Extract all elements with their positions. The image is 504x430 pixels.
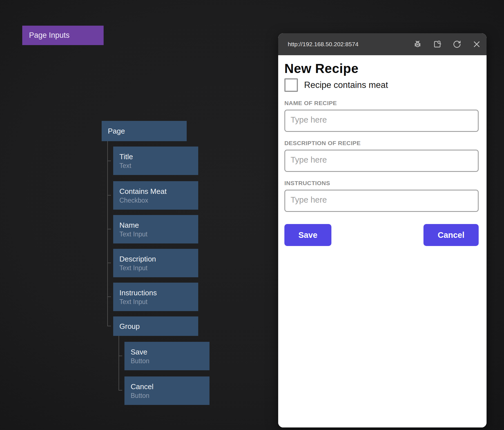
preview-window: http://192.168.50.202:8574 bbox=[278, 33, 487, 427]
tree-node-page[interactable]: Page bbox=[102, 121, 187, 141]
tree-node-cancel[interactable]: Cancel Button bbox=[124, 376, 209, 405]
description-field-label: DESCRIPTION OF RECIPE bbox=[284, 140, 479, 147]
url-bar[interactable]: http://192.168.50.202:8574 bbox=[288, 41, 403, 48]
meat-checkbox[interactable] bbox=[284, 78, 298, 92]
tree-node-label: Page bbox=[108, 126, 187, 136]
page-inputs-badge[interactable]: Page Inputs bbox=[22, 26, 104, 45]
tree-node-label: Instructions bbox=[119, 288, 198, 298]
tree-node-type: Button bbox=[131, 391, 209, 400]
tree-node-type: Text Input bbox=[119, 298, 198, 306]
tree-node-type: Text Input bbox=[119, 264, 198, 272]
tree-node-instructions[interactable]: Instructions Text Input bbox=[113, 283, 198, 311]
close-icon-svg bbox=[472, 40, 481, 48]
tree-node-label: Name bbox=[119, 220, 198, 230]
tree-node-label: Save bbox=[131, 347, 209, 357]
app-canvas: Page Inputs Page Title Text Contains Mea… bbox=[0, 0, 504, 430]
description-input[interactable] bbox=[284, 150, 479, 172]
refresh-icon[interactable] bbox=[452, 39, 462, 49]
tree-branch-line bbox=[107, 195, 111, 196]
preview-page: New Recipe Recipe contains meat NAME OF … bbox=[278, 55, 487, 427]
tree-branch-line bbox=[107, 229, 111, 229]
page-title: New Recipe bbox=[284, 61, 479, 76]
tree-node-label: Title bbox=[119, 152, 198, 161]
meat-checkbox-label: Recipe contains meat bbox=[304, 80, 388, 90]
tree-node-type: Text bbox=[119, 161, 198, 170]
tree-trunk-line bbox=[107, 141, 108, 326]
tree-branch-line bbox=[107, 326, 111, 326]
tree-branch-line bbox=[119, 390, 122, 391]
name-field-label: NAME OF RECIPE bbox=[284, 100, 479, 107]
tree-node-name[interactable]: Name Text Input bbox=[113, 215, 198, 243]
tree-branch-line bbox=[119, 356, 122, 356]
tree-node-group[interactable]: Group bbox=[113, 316, 198, 336]
tree-node-type: Button bbox=[131, 357, 209, 365]
meat-checkbox-row: Recipe contains meat bbox=[284, 78, 479, 92]
bug-icon[interactable] bbox=[413, 39, 422, 49]
tree-node-type: Text Input bbox=[119, 230, 198, 238]
tree-node-label: Group bbox=[119, 322, 198, 331]
inspect-icon[interactable] bbox=[432, 39, 442, 49]
tree-node-label: Description bbox=[119, 254, 198, 264]
tree-node-contains-meat[interactable]: Contains Meat Checkbox bbox=[113, 181, 198, 210]
form-actions: Save Cancel bbox=[284, 224, 479, 246]
instructions-input[interactable] bbox=[284, 190, 479, 212]
save-button[interactable]: Save bbox=[284, 224, 331, 246]
tree-node-save[interactable]: Save Button bbox=[124, 342, 209, 370]
name-input[interactable] bbox=[284, 110, 479, 132]
tree-group-trunk-line bbox=[119, 336, 119, 391]
tree-node-label: Cancel bbox=[131, 382, 209, 391]
tree-branch-line bbox=[107, 296, 111, 297]
bug-icon-svg bbox=[413, 40, 422, 48]
refresh-icon-svg bbox=[453, 40, 461, 48]
tree-branch-line bbox=[107, 161, 111, 161]
tree-node-description[interactable]: Description Text Input bbox=[113, 249, 198, 277]
tree-node-type: Checkbox bbox=[119, 196, 198, 205]
cancel-button[interactable]: Cancel bbox=[423, 224, 479, 246]
preview-titlebar: http://192.168.50.202:8574 bbox=[278, 33, 487, 55]
close-icon[interactable] bbox=[472, 39, 481, 49]
tree-branch-line bbox=[107, 263, 111, 263]
page-inputs-label: Page Inputs bbox=[29, 31, 70, 40]
tree-node-title[interactable]: Title Text bbox=[113, 147, 198, 175]
inspect-icon-svg bbox=[433, 40, 441, 48]
tree-node-label: Contains Meat bbox=[119, 187, 198, 196]
instructions-field-label: INSTRUCTIONS bbox=[284, 180, 479, 187]
